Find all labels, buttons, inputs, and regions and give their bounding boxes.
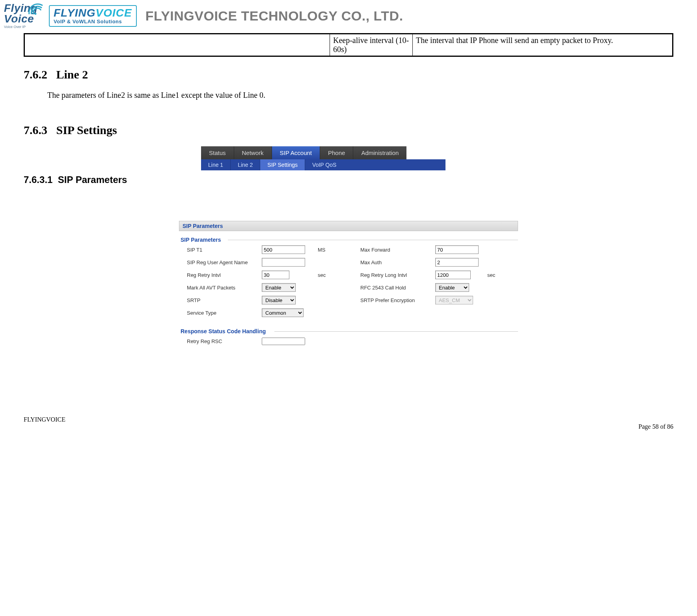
input-sip-t1[interactable] (262, 245, 305, 254)
label-user-agent: SIP Reg User Agent Name (187, 259, 262, 265)
heading-num: 7.6.3 (24, 123, 47, 136)
table-cell-desc: The interval that IP Phone will send an … (413, 34, 673, 56)
tab-administration[interactable]: Administration (353, 146, 406, 159)
subtab-sip-settings[interactable]: SIP Settings (260, 159, 305, 170)
wifi-arcs-icon (27, 3, 43, 15)
unit-ms: MS (318, 247, 337, 253)
tab-network[interactable]: Network (234, 146, 272, 159)
page-header: Flying Voice Voice Over IP FLYINGVOICE V… (0, 0, 697, 30)
group-response-status: Response Status Code Handling (181, 328, 518, 334)
logo-text-voice: Voice (4, 14, 43, 24)
heading-sip-settings: 7.6.3 SIP Settings (24, 123, 673, 137)
heading-title: SIP Settings (56, 123, 117, 136)
heading-title: Line 2 (56, 68, 88, 81)
group-label-text: Response Status Code Handling (181, 328, 266, 334)
heading-title: SIP Parameters (58, 174, 127, 185)
keepalive-table: Keep-alive interval (10-60s) The interva… (24, 33, 673, 57)
input-reg-retry[interactable] (262, 271, 289, 279)
sip-panel: SIP Parameters SIP Parameters SIP T1 MS … (179, 221, 518, 345)
input-max-forward[interactable] (435, 245, 479, 254)
table-row: Keep-alive interval (10-60s) The interva… (24, 34, 673, 56)
label-srtp: SRTP (187, 297, 262, 303)
brand-box: FLYINGVOICE VoIP & VoWLAN Solutions (49, 5, 137, 27)
select-service-type[interactable]: Common (262, 308, 304, 317)
unit-sec2: sec (487, 272, 506, 278)
subtab-line2[interactable]: Line 2 (231, 159, 260, 170)
label-max-auth: Max Auth (360, 259, 435, 265)
line2-body: The parameters of Line2 is same as Line1… (47, 91, 673, 100)
label-reg-retry: Reg Retry Intvl (187, 272, 262, 278)
nav-sub: Line 1 Line 2 SIP Settings VoIP QoS (201, 159, 445, 170)
input-reg-retry-long[interactable] (435, 271, 471, 279)
nav-screenshot: Status Network SIP Account Phone Adminis… (201, 146, 445, 170)
label-retry-reg-rsc: Retry Reg RSC (187, 338, 262, 344)
tab-phone[interactable]: Phone (320, 146, 353, 159)
nav-top: Status Network SIP Account Phone Adminis… (201, 146, 445, 159)
company-name: FLYINGVOICE TECHNOLOGY CO., LTD. (145, 8, 403, 24)
response-grid: Retry Reg RSC (187, 338, 518, 345)
table-cell-param: Keep-alive interval (10-60s) (330, 34, 413, 56)
svg-point-0 (35, 13, 37, 15)
label-srtp-enc: SRTP Prefer Encryption (360, 297, 435, 303)
footer-center: FLYINGVOICE (24, 416, 673, 423)
label-reg-retry-long: Reg Retry Long Intvl (360, 272, 435, 278)
label-max-forward: Max Forward (360, 247, 435, 253)
label-mark-avt: Mark All AVT Packets (187, 285, 262, 291)
sip-grid: SIP T1 MS Max Forward SIP Reg User Agent… (187, 245, 518, 317)
unit-sec1: sec (318, 272, 337, 278)
label-sip-t1: SIP T1 (187, 247, 262, 253)
group-sip-parameters: SIP Parameters (181, 237, 518, 243)
logo-tagline: Voice Over IP (4, 25, 43, 29)
heading-sip-parameters: 7.6.3.1 SIP Parameters (24, 174, 673, 185)
input-retry-reg-rsc[interactable] (262, 338, 305, 345)
panel-title: SIP Parameters (179, 221, 518, 231)
select-rfc-callhold[interactable]: Enable (435, 283, 469, 292)
logo-mark: Flying Voice Voice Over IP (4, 3, 43, 28)
subtab-line1[interactable]: Line 1 (201, 159, 231, 170)
brand-main: FLYINGVOICE (54, 7, 132, 19)
label-service-type: Service Type (187, 310, 262, 316)
tab-status[interactable]: Status (201, 146, 234, 159)
brand-sub: VoIP & VoWLAN Solutions (54, 19, 132, 24)
heading-num: 7.6.3.1 (24, 174, 52, 185)
input-max-auth[interactable] (435, 258, 479, 267)
page-footer: FLYINGVOICE Page 58 of 86 (24, 416, 673, 428)
footer-pagecount: Page 58 of 86 (639, 423, 673, 430)
tab-sip-account[interactable]: SIP Account (272, 146, 320, 159)
select-mark-avt[interactable]: Enable (262, 283, 296, 292)
heading-num: 7.6.2 (24, 68, 47, 81)
select-srtp[interactable]: Disable (262, 296, 296, 304)
group-label-text: SIP Parameters (181, 237, 221, 243)
select-srtp-enc: AES_CM (435, 296, 473, 304)
table-cell-empty (24, 34, 330, 56)
heading-line2: 7.6.2 Line 2 (24, 68, 673, 81)
input-user-agent[interactable] (262, 258, 305, 267)
subtab-voip-qos[interactable]: VoIP QoS (305, 159, 343, 170)
label-rfc-callhold: RFC 2543 Call Hold (360, 285, 435, 291)
